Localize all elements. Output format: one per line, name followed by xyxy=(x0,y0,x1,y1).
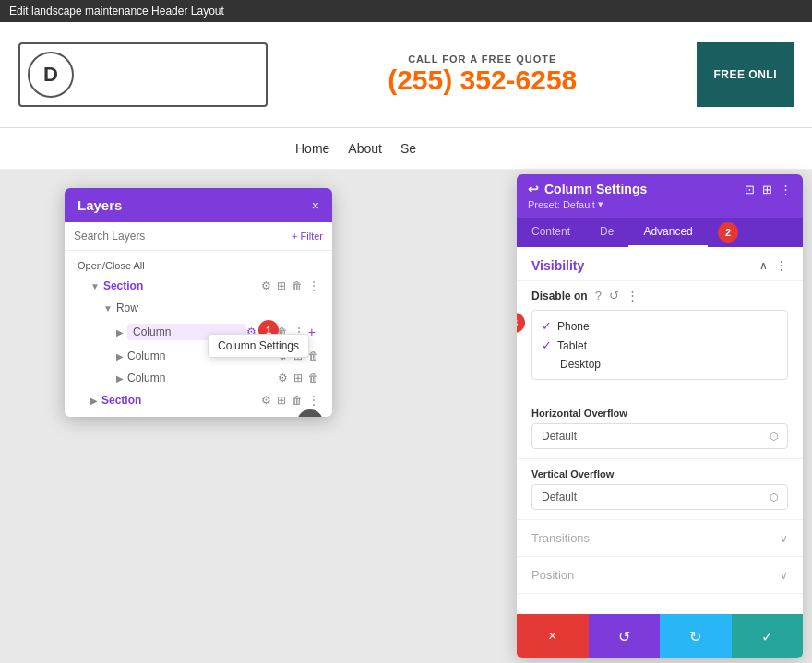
device-desktop[interactable]: Desktop xyxy=(542,355,778,373)
section-2-trash-icon[interactable]: 🗑 xyxy=(292,394,303,407)
tab-advanced[interactable]: Advanced xyxy=(628,218,707,247)
disable-on-row: Disable on ? ↺ ⋮ xyxy=(531,289,788,302)
section-2-gear-icon[interactable]: ⚙ xyxy=(261,394,271,407)
tab-design[interactable]: De xyxy=(585,218,628,247)
section-2-label: Section xyxy=(102,394,261,407)
section-2-more-icon[interactable]: ⋮ xyxy=(308,394,319,407)
main-area: Layers × + Filter Open/Close All ▼ Secti… xyxy=(0,170,812,663)
section-2-copy-icon[interactable]: ⊞ xyxy=(277,394,286,407)
tablet-label: Tablet xyxy=(557,339,587,352)
col-settings-title-row: ↩ Column Settings ⊡ ⊞ ⋮ xyxy=(528,182,792,196)
cta-button[interactable]: FREE ONLI xyxy=(697,42,794,107)
logo-icon: D xyxy=(28,52,74,98)
col-3-icons: ⚙ ⊞ 🗑 xyxy=(278,372,319,385)
position-arrow-icon: ∨ xyxy=(780,569,788,582)
col-settings-panel: ↩ Column Settings ⊡ ⊞ ⋮ Preset: Default … xyxy=(517,174,803,658)
horizontal-overflow-group: Horizontal Overflow Default ⬡ xyxy=(517,398,803,459)
row-arrow[interactable]: ▼ xyxy=(103,303,113,314)
phone-number: (255) 352-6258 xyxy=(388,65,577,96)
col-settings-responsive-icon[interactable]: ⊡ xyxy=(745,183,755,196)
nav-item-se[interactable]: Se xyxy=(400,141,416,156)
visibility-controls: ∧ ⋮ xyxy=(759,258,788,273)
vertical-overflow-select[interactable]: Default xyxy=(531,484,788,510)
section-1-arrow[interactable]: ▼ xyxy=(90,281,100,291)
vertical-overflow-label: Vertical Overflow xyxy=(531,468,788,479)
device-tablet[interactable]: ✓ Tablet xyxy=(542,336,778,355)
col-settings-back-button[interactable]: ↩ xyxy=(528,182,539,196)
section-1-trash-icon[interactable]: 🗑 xyxy=(292,279,303,292)
position-section[interactable]: Position ∨ xyxy=(517,557,803,594)
col-2-arrow[interactable]: ▶ xyxy=(116,351,124,361)
col-3-arrow[interactable]: ▶ xyxy=(116,373,124,384)
desktop-label: Desktop xyxy=(560,358,601,371)
step-badge-3: 3 xyxy=(517,313,525,333)
vertical-overflow-select-wrapper: Default ⬡ xyxy=(531,484,788,510)
nav-item-home[interactable]: Home xyxy=(295,141,329,156)
transitions-title: Transitions xyxy=(531,531,590,545)
layers-search-input[interactable] xyxy=(74,230,284,243)
disable-on-reset-icon[interactable]: ↺ xyxy=(609,289,619,302)
layers-close-button[interactable]: × xyxy=(312,198,319,213)
col-settings-header: ↩ Column Settings ⊡ ⊞ ⋮ Preset: Default … xyxy=(517,174,803,218)
device-phone[interactable]: ✓ Phone xyxy=(542,316,778,336)
transitions-arrow-icon: ∨ xyxy=(780,532,788,545)
section-1-more-icon[interactable]: ⋮ xyxy=(308,279,319,292)
col-3-trash-icon[interactable]: 🗑 xyxy=(308,372,319,385)
redo-button[interactable]: ↻ xyxy=(660,614,732,658)
col-1-arrow[interactable]: ▶ xyxy=(116,327,124,337)
reset-button[interactable]: ↺ xyxy=(589,614,661,658)
col-3-label: Column xyxy=(127,372,278,385)
col-settings-grid-icon[interactable]: ⊞ xyxy=(762,183,772,196)
visibility-more-icon[interactable]: ⋮ xyxy=(775,258,788,273)
layers-item-column-3: ▶ Column ⚙ ⊞ 🗑 xyxy=(65,367,332,389)
visibility-title: Visibility xyxy=(531,258,584,273)
section-1-copy-icon[interactable]: ⊞ xyxy=(277,279,286,292)
save-button[interactable]: ✓ xyxy=(732,614,804,658)
tab-content[interactable]: Content xyxy=(517,218,585,247)
nav-item-about[interactable]: About xyxy=(348,141,382,156)
layers-item-row: ▼ Row xyxy=(65,297,332,319)
top-bar-title: Edit landscape maintenance Header Layout xyxy=(9,5,224,18)
col-settings-header-icons: ⊡ ⊞ ⋮ xyxy=(745,183,792,196)
cancel-button[interactable]: × xyxy=(517,614,589,658)
col-3-gear-icon[interactable]: ⚙ xyxy=(278,372,288,385)
col-settings-title-text: Column Settings xyxy=(544,182,647,196)
layers-panel: Layers × + Filter Open/Close All ▼ Secti… xyxy=(65,188,332,417)
row-label: Row xyxy=(116,302,319,314)
col-settings-tabs: Content De Advanced 2 xyxy=(517,218,803,247)
header-area: D CALL FOR A FREE QUOTE (255) 352-6258 F… xyxy=(0,22,812,128)
horizontal-overflow-select[interactable]: Default xyxy=(531,423,788,449)
tablet-check-icon: ✓ xyxy=(542,338,552,352)
disable-on-more-icon[interactable]: ⋮ xyxy=(627,289,639,302)
col-settings-more-icon[interactable]: ⋮ xyxy=(780,183,792,196)
step-badge-2: 2 xyxy=(718,222,738,243)
phone-check-icon: ✓ xyxy=(542,319,552,333)
col-2-trash-icon[interactable]: 🗑 xyxy=(308,349,319,362)
device-options: 3 ✓ Phone ✓ Tablet Desktop xyxy=(531,310,788,380)
col-settings-preset-arrow: ▾ xyxy=(598,198,603,210)
layers-item-section-2: ▶ Section ⚙ ⊞ 🗑 ⋮ xyxy=(65,389,332,411)
section-1-gear-icon[interactable]: ⚙ xyxy=(261,279,271,292)
nav-area: Home About Se xyxy=(0,128,812,170)
layers-search-row: + Filter xyxy=(65,222,332,251)
disable-on-help-icon[interactable]: ? xyxy=(595,289,602,302)
position-title: Position xyxy=(531,568,574,582)
visibility-collapse-icon[interactable]: ∧ xyxy=(759,259,768,272)
layers-open-close[interactable]: Open/Close All xyxy=(65,256,332,275)
transitions-section[interactable]: Transitions ∨ xyxy=(517,520,803,557)
col-settings-title: ↩ Column Settings xyxy=(528,182,647,196)
col-3-copy-icon[interactable]: ⊞ xyxy=(293,372,303,385)
visibility-section-header: Visibility ∧ ⋮ xyxy=(517,247,803,281)
layers-header: Layers × xyxy=(65,188,332,222)
col-settings-preset: Preset: Default ▾ xyxy=(528,198,792,210)
call-text: CALL FOR A FREE QUOTE xyxy=(388,53,577,65)
section-1-label: Section xyxy=(103,279,261,292)
layers-filter-button[interactable]: + Filter xyxy=(292,231,323,242)
column-settings-tooltip: Column Settings xyxy=(208,334,309,358)
section-2-arrow[interactable]: ▶ xyxy=(90,396,98,406)
layers-item-section-1: ▼ Section ⚙ ⊞ 🗑 ⋮ xyxy=(65,275,332,297)
visibility-body: Disable on ? ↺ ⋮ 3 ✓ Phone ✓ Tablet xyxy=(517,281,803,398)
phone-section: CALL FOR A FREE QUOTE (255) 352-6258 xyxy=(388,53,577,96)
horizontal-overflow-label: Horizontal Overflow xyxy=(531,408,788,419)
disable-on-label: Disable on xyxy=(531,290,588,302)
